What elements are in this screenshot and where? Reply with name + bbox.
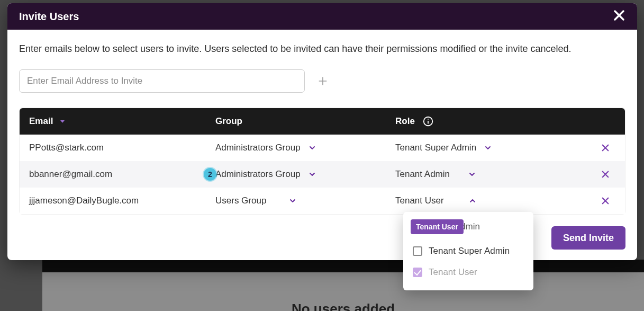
email-text: jjjameson@DailyBugle.com	[29, 196, 139, 206]
role-text: Tenant Super Admin	[395, 143, 476, 153]
role-text: Tenant Admin	[395, 169, 450, 180]
header-role-label: Role	[395, 116, 415, 127]
group-text: Administrators Group	[215, 169, 301, 180]
email-input-row	[19, 69, 625, 93]
dropdown-option-label: Tenant User	[429, 267, 477, 278]
chevron-down-icon	[288, 197, 297, 205]
cell-role[interactable]: Tenant User	[395, 196, 586, 206]
sort-desc-icon	[58, 117, 67, 126]
cell-actions	[586, 196, 625, 206]
chevron-down-icon	[484, 144, 492, 152]
modal-intro-text: Enter emails below to select users to in…	[19, 43, 625, 55]
group-text: Administrators Group	[215, 143, 301, 153]
chevron-down-icon	[308, 144, 316, 152]
table-header: Email Group Role	[20, 108, 625, 135]
cell-role[interactable]: Tenant Super Admin	[395, 143, 586, 153]
cell-group[interactable]: Administrators Group	[215, 143, 395, 153]
svg-point-6	[428, 119, 429, 120]
group-count-badge: 2	[204, 168, 216, 181]
checkbox-checked-icon	[413, 268, 422, 277]
role-text: Tenant User	[395, 196, 444, 206]
cell-group[interactable]: Users Group	[215, 196, 395, 206]
chevron-down-icon	[468, 170, 476, 179]
cell-email: bbanner@gmail.com	[20, 169, 215, 180]
dropdown-option-label: Tenant Super Admin	[429, 246, 510, 256]
cell-group[interactable]: Administrators Group	[215, 169, 395, 180]
modal-footer: Send Invite	[19, 215, 625, 250]
invite-users-modal: Invite Users Enter emails below to selec…	[7, 3, 637, 260]
modal-title: Invite Users	[19, 11, 79, 23]
header-email-label: Email	[29, 116, 53, 127]
header-group-label: Group	[215, 116, 242, 127]
table-row: jjjameson@DailyBugle.com Users Group Ten…	[20, 188, 625, 214]
add-email-button[interactable]	[318, 76, 328, 86]
cell-actions	[586, 170, 625, 179]
send-invite-button[interactable]: Send Invite	[551, 226, 625, 250]
dropdown-option[interactable]: Tenant Super Admin	[411, 241, 526, 262]
info-icon[interactable]	[422, 115, 434, 127]
email-input[interactable]	[19, 69, 305, 93]
header-role: Role	[395, 115, 586, 127]
invite-table: Email Group Role	[19, 108, 625, 215]
cell-actions	[586, 143, 625, 153]
modal-body: Enter emails below to select users to in…	[7, 30, 637, 260]
selected-role-chip[interactable]: Tenant User	[411, 219, 464, 234]
chevron-up-icon	[468, 197, 477, 205]
role-dropdown[interactable]: Tenant Admin Tenant User Tenant Super Ad…	[403, 212, 533, 290]
remove-row-button[interactable]	[601, 143, 610, 153]
header-group: Group	[215, 116, 395, 127]
checkbox-icon	[413, 246, 422, 256]
table-row: PPotts@stark.com Administrators Group Te…	[20, 135, 625, 161]
group-text: Users Group	[215, 196, 266, 206]
email-text: bbanner@gmail.com	[29, 169, 112, 180]
remove-row-button[interactable]	[601, 196, 610, 206]
header-email[interactable]: Email	[20, 116, 215, 127]
cell-email: PPotts@stark.com	[20, 143, 215, 153]
cell-email: jjjameson@DailyBugle.com	[20, 196, 215, 206]
chevron-down-icon	[308, 170, 316, 179]
close-icon[interactable]	[613, 9, 625, 24]
dropdown-option[interactable]: Tenant User	[411, 262, 526, 283]
table-row: 2 bbanner@gmail.com Administrators Group…	[20, 161, 625, 188]
modal-header: Invite Users	[7, 3, 637, 30]
email-text: PPotts@stark.com	[29, 143, 104, 153]
send-invite-label: Send Invite	[563, 233, 614, 243]
remove-row-button[interactable]	[601, 170, 610, 179]
cell-role[interactable]: Tenant Admin	[395, 169, 586, 180]
